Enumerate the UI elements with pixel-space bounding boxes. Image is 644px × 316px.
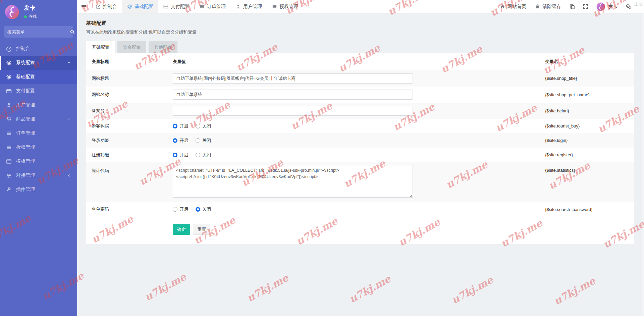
hamburger-icon[interactable] — [77, 0, 91, 13]
template-icon — [6, 159, 12, 164]
sidebar-item-dashboard[interactable]: 控制台 — [0, 42, 77, 56]
radio-on[interactable]: 开启 — [173, 152, 188, 158]
brand-avatar — [5, 5, 19, 19]
online-dot — [24, 15, 27, 18]
table-row: 注册功能 开启 关闭 {$site.register} — [86, 148, 634, 162]
site-name-input[interactable] — [173, 90, 413, 100]
corner-watermark-text: 正版 — [634, 1, 643, 7]
table-row: 查单密码 开启 关闭 {$site.search_password} — [86, 202, 634, 217]
radio-dot[interactable] — [173, 124, 177, 128]
var-name: {$site.beian} — [545, 108, 634, 113]
register-radio-group: 开启 关闭 — [173, 152, 545, 158]
clear-cache-button[interactable]: 清除缓存 — [531, 0, 566, 13]
search-password-radio-group: 开启 关闭 — [173, 206, 545, 212]
list-icon — [272, 4, 277, 9]
sidebar-item-docking-management[interactable]: 对接管理 — [0, 168, 77, 182]
var-name: {$site.register} — [545, 152, 634, 157]
page-title: 基础配置 — [86, 20, 644, 27]
tachometer-icon — [96, 4, 101, 9]
radio-dot[interactable] — [173, 153, 177, 157]
radio-dot[interactable] — [173, 138, 177, 143]
sidebar-item-basic-config[interactable]: 基础配置 — [0, 70, 77, 84]
copy-icon[interactable] — [566, 0, 579, 13]
site-home-link[interactable]: 网站首页 — [496, 0, 531, 13]
avatar — [596, 2, 605, 11]
radio-dot[interactable] — [196, 138, 200, 143]
brand: 发卡 在线 — [0, 0, 77, 23]
sidebar-item-template-management[interactable]: 模板管理 — [0, 154, 77, 168]
search-input[interactable] — [4, 30, 70, 35]
tourist-buy-radio-group: 开启 关闭 — [173, 123, 545, 129]
online-status: 在线 — [24, 14, 37, 19]
user-menu[interactable]: 发卡 — [592, 0, 622, 13]
sidebar-menu: 控制台 系统配置 基础配置 支付配置 用户管理 商品管理 订单管理 授权管理 模… — [0, 42, 77, 197]
sliders-icon — [6, 173, 12, 178]
login-radio-group: 开启 关闭 — [173, 138, 545, 144]
nav-tab-payment-config[interactable]: 支付配置 — [158, 0, 195, 13]
search-icon[interactable] — [70, 26, 75, 38]
radio-off[interactable]: 关闭 — [196, 152, 211, 158]
var-name: {$site.tourist_buy} — [545, 123, 634, 128]
radio-dot[interactable] — [173, 207, 177, 212]
list-icon — [6, 145, 12, 150]
gear-icon — [6, 60, 12, 66]
user-icon — [236, 4, 241, 9]
sidebar-item-auth-management[interactable]: 授权管理 — [0, 140, 77, 154]
sidebar-item-goods-management[interactable]: 商品管理 — [0, 112, 77, 126]
radio-off[interactable]: 关闭 — [196, 123, 211, 129]
config-form-card: 变量标题 变量值 变量名 网站标题 {$site.shop_title} 网站名… — [86, 53, 634, 244]
tab-other-config[interactable]: 其他配置 — [149, 41, 177, 53]
nav-tab-user-management[interactable]: 用户管理 — [231, 0, 267, 13]
cogs-icon[interactable] — [622, 0, 635, 13]
chevron-left-icon — [67, 117, 71, 121]
sidebar-item-payment-config[interactable]: 支付配置 — [0, 84, 77, 98]
radio-on[interactable]: 开启 — [173, 123, 188, 129]
sidebar: 发卡 在线 控制台 系统配置 基础配置 支付配置 用户管理 商品管理 订单管理 … — [0, 0, 77, 316]
table-row: 网站标题 {$site.shop_title} — [86, 70, 634, 87]
brand-title: 发卡 — [24, 5, 37, 12]
nav-tab-basic-config[interactable]: 基础配置 — [122, 0, 158, 13]
radio-dot[interactable] — [196, 124, 200, 128]
radio-on[interactable]: 开启 — [173, 206, 188, 212]
list-icon — [6, 130, 12, 136]
main-content: 基础配置 可以在此增改系统的变量和分组,也可以自定义分组和变量 基础配置 资金配… — [77, 13, 644, 316]
page-subtitle: 可以在此增改系统的变量和分组,也可以自定义分组和变量 — [86, 29, 644, 35]
nav-tab-order-management[interactable]: 订单管理 — [195, 0, 231, 13]
radio-dot[interactable] — [196, 207, 200, 212]
scrollbar[interactable] — [642, 13, 644, 316]
tab-fund-config[interactable]: 资金配置 — [117, 41, 146, 53]
sidebar-item-user-management[interactable]: 用户管理 — [0, 98, 77, 112]
sidebar-item-system-config[interactable]: 系统配置 — [0, 56, 77, 70]
user-icon — [6, 102, 12, 108]
gear-icon — [127, 4, 132, 9]
submit-button[interactable]: 确定 — [173, 224, 190, 235]
sidebar-item-plugin-management[interactable]: 插件管理 — [0, 182, 77, 197]
table-row: 游客购买 开启 关闭 {$site.tourist_buy} — [86, 119, 634, 133]
expand-icon[interactable] — [579, 0, 592, 13]
home-icon — [500, 4, 505, 9]
form-actions: 确定 重置 — [86, 219, 634, 238]
table-row: 统计代码 <script charset="UTF-8" id="LA_COLL… — [86, 162, 634, 202]
reset-button[interactable]: 重置 — [193, 224, 210, 235]
tab-basic-config[interactable]: 基础配置 — [86, 41, 115, 53]
sidebar-item-order-management[interactable]: 订单管理 — [0, 126, 77, 140]
site-title-input[interactable] — [173, 73, 413, 84]
radio-on[interactable]: 开启 — [173, 138, 188, 144]
var-name: {$site.search_password} — [545, 207, 634, 212]
list-icon — [200, 4, 205, 9]
credit-card-icon — [163, 4, 168, 9]
beian-input[interactable] — [173, 106, 413, 116]
radio-off[interactable]: 关闭 — [196, 138, 211, 144]
chevron-left-icon — [67, 173, 71, 177]
radio-off[interactable]: 关闭 — [196, 206, 211, 212]
tachometer-icon — [6, 46, 12, 52]
gear-icon — [6, 74, 12, 80]
top-navbar: 控制台 基础配置 支付配置 订单管理 用户管理 授权管理 网站首页 清除缓存 发… — [77, 0, 644, 13]
sidebar-search — [4, 26, 73, 38]
var-name: {$site.statistics} — [545, 165, 634, 173]
nav-tab-auth-management[interactable]: 授权管理 — [267, 0, 303, 13]
radio-dot[interactable] — [196, 153, 200, 157]
statistics-code-textarea[interactable]: <script charset="UTF-8" id="LA_COLLECT" … — [173, 165, 413, 198]
credit-card-icon — [6, 88, 12, 94]
nav-tab-dashboard[interactable]: 控制台 — [91, 0, 122, 13]
